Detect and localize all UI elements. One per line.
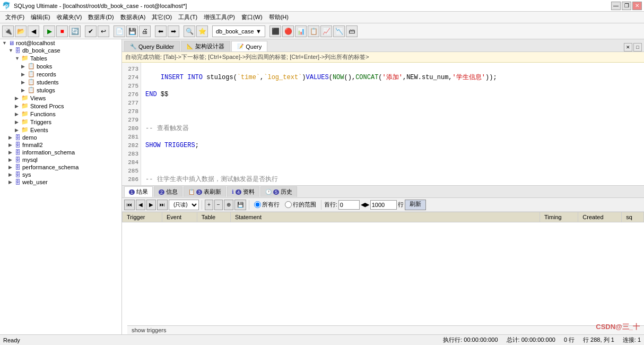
sidebar-item-events[interactable]: ▶ 📁 Events bbox=[0, 126, 121, 134]
tb-last[interactable]: ⏭ bbox=[157, 200, 168, 210]
close-tab-button[interactable]: ✕ bbox=[624, 43, 632, 51]
minimize-button[interactable]: — bbox=[611, 2, 621, 10]
tb-extra1[interactable]: ⬛ bbox=[269, 25, 281, 37]
result-tab-5[interactable]: 🕐 5 历史 bbox=[260, 186, 297, 197]
arrow-icon: ▶ bbox=[21, 72, 27, 77]
tb-prev[interactable]: ◀ bbox=[136, 200, 145, 210]
connection-num: 连接: 1 bbox=[623, 336, 641, 344]
menu-favorites[interactable]: 收藏夹(V) bbox=[54, 12, 85, 22]
tb-extra3[interactable]: 📊 bbox=[295, 25, 307, 37]
sidebar-item-db-book-case[interactable]: ▼ 🗄 db_book_case bbox=[0, 47, 121, 54]
tab-schema-designer[interactable]: 📐 架构设计器 bbox=[181, 41, 230, 51]
result-tab-2[interactable]: 2 信息 bbox=[154, 186, 182, 197]
tb-extra5[interactable]: 📈 bbox=[320, 25, 332, 37]
table-icon: 📋 bbox=[28, 79, 35, 85]
arrow-icon: ▶ bbox=[8, 142, 14, 148]
sidebar-item-root[interactable]: ▼ 🖥 root@localhost bbox=[0, 39, 121, 47]
sidebar-item-students[interactable]: ▶ 📋 students bbox=[0, 78, 121, 86]
menu-other[interactable]: 其它(O) bbox=[149, 12, 175, 22]
tb-refresh[interactable]: 🔄 bbox=[69, 25, 81, 37]
sidebar-item-stulogs[interactable]: ▶ 📋 stulogs bbox=[0, 86, 121, 94]
db-label: web_user bbox=[22, 179, 48, 185]
readonly-selector[interactable]: (只读) bbox=[169, 200, 199, 210]
db-selector[interactable]: db_book_case ▼ bbox=[212, 25, 265, 37]
result-tab-4[interactable]: ℹ 4 资料 bbox=[227, 186, 259, 197]
menu-help[interactable]: 帮助(H) bbox=[266, 12, 292, 22]
tb-prev[interactable]: ⬅ bbox=[155, 25, 167, 37]
result-tab-3[interactable]: 📋 3 表刷新 bbox=[184, 186, 226, 197]
tb-first[interactable]: ⏮ bbox=[124, 200, 135, 210]
tables-label: Tables bbox=[30, 55, 47, 62]
tb-btn2[interactable]: ⭐ bbox=[196, 25, 208, 37]
result-tab-1[interactable]: 1 结果 bbox=[124, 186, 153, 197]
tb-next[interactable]: ▶ bbox=[146, 200, 156, 210]
sidebar-item-mysql[interactable]: ▶ 🗄 mysql bbox=[0, 156, 121, 163]
tb-extra7[interactable]: 🗃 bbox=[346, 25, 358, 37]
tb-commit[interactable]: ✔ bbox=[85, 25, 97, 37]
col-statement: Statement bbox=[230, 212, 539, 222]
db-label: demo bbox=[22, 134, 37, 141]
sidebar-item-books[interactable]: ▶ 📋 books bbox=[0, 62, 121, 70]
code-editor[interactable]: 273 274 275 276 277 278 279 280 281 282 … bbox=[122, 63, 644, 185]
separator bbox=[321, 200, 321, 210]
range-radio: 行的范围 bbox=[285, 201, 316, 209]
result-tab-label-2: 信息 bbox=[166, 188, 178, 196]
tb-next[interactable]: ➡ bbox=[168, 25, 179, 37]
close-button[interactable]: ✕ bbox=[632, 2, 642, 10]
sidebar-item-sys[interactable]: ▶ 🗄 sys bbox=[0, 171, 121, 178]
limit-input[interactable] bbox=[370, 200, 397, 210]
stored-procs-label: Stored Procs bbox=[30, 103, 64, 109]
tb-extra2[interactable]: 🔴 bbox=[282, 25, 294, 37]
tb-new-query[interactable]: 📄 bbox=[114, 25, 125, 37]
tb-back[interactable]: ◀ bbox=[28, 25, 39, 37]
start-input[interactable] bbox=[338, 200, 360, 210]
query-label: Query bbox=[246, 44, 262, 50]
sidebar-item-demo[interactable]: ▶ 🗄 demo bbox=[0, 134, 121, 141]
query-builder-icon: 🔧 bbox=[130, 44, 136, 49]
result-table: Trigger Event Table Statement Timing Cre… bbox=[122, 212, 644, 222]
sidebar-item-performance-schema[interactable]: ▶ 🗄 performance_schema bbox=[0, 163, 121, 171]
table-label: students bbox=[37, 79, 59, 85]
menu-edit[interactable]: 编辑(E) bbox=[28, 12, 54, 22]
tab-query[interactable]: 📝 Query bbox=[231, 41, 267, 51]
tb-save-row[interactable]: 💾 bbox=[234, 200, 246, 210]
tb-open[interactable]: 📂 bbox=[15, 25, 27, 37]
tb-extra4[interactable]: 📋 bbox=[308, 25, 319, 37]
tb-extra6[interactable]: 📉 bbox=[333, 25, 345, 37]
tb-delete-row[interactable]: − bbox=[214, 200, 223, 210]
app-icon: 🐬 bbox=[2, 2, 11, 10]
sidebar-item-web-user[interactable]: ▶ 🗄 web_user bbox=[0, 178, 121, 186]
sidebar-item-views[interactable]: ▶ 📁 Views bbox=[0, 94, 121, 102]
menu-tools[interactable]: 工具(T) bbox=[175, 12, 201, 22]
execute-button[interactable]: 刷新 bbox=[405, 200, 426, 210]
tb-stop[interactable]: ■ bbox=[56, 25, 68, 37]
database-icon: 🗄 bbox=[15, 142, 21, 148]
menu-advanced[interactable]: 增强工具(P) bbox=[201, 12, 238, 22]
tb-execute[interactable]: ▶ bbox=[43, 25, 55, 37]
tb-rollback[interactable]: ↩ bbox=[98, 25, 109, 37]
sidebar-item-information-schema[interactable]: ▶ 🗄 information_schema bbox=[0, 149, 121, 156]
menu-table[interactable]: 数据表(A) bbox=[117, 12, 149, 22]
menu-database[interactable]: 数据库(D) bbox=[85, 12, 117, 22]
tb-print[interactable]: 🖨 bbox=[139, 25, 151, 37]
tab-query-builder[interactable]: 🔧 Query Builder bbox=[124, 41, 180, 51]
tb-save[interactable]: 💾 bbox=[126, 25, 138, 37]
menu-file[interactable]: 文件(F) bbox=[2, 12, 28, 22]
sidebar-item-stored-procs[interactable]: ▶ 📁 Stored Procs bbox=[0, 102, 121, 110]
tb-add-row[interactable]: + bbox=[205, 200, 213, 210]
result-header-row: Trigger Event Table Statement Timing Cre… bbox=[123, 212, 644, 222]
sidebar-item-tables[interactable]: ▼ 📁 Tables bbox=[0, 54, 121, 62]
menu-window[interactable]: 窗口(W) bbox=[238, 12, 266, 22]
sidebar-item-triggers[interactable]: ▶ 📁 Triggers bbox=[0, 118, 121, 126]
code-content[interactable]: INSERT INTO stulogs(`time`,`log_text`)VA… bbox=[141, 63, 644, 185]
restore-button[interactable]: ❐ bbox=[622, 2, 631, 10]
tb-search[interactable]: 🔍 bbox=[184, 25, 195, 37]
maximize-panel-button[interactable]: □ bbox=[633, 43, 642, 51]
execute-time: 执行行: 00:00:00:000 bbox=[443, 336, 498, 344]
sidebar-item-fmmall2[interactable]: ▶ 🗄 fmmall2 bbox=[0, 141, 121, 149]
tb-duplicate[interactable]: ⊕ bbox=[224, 200, 233, 210]
result-tab-num-4: 4 bbox=[236, 189, 241, 195]
sidebar-item-records[interactable]: ▶ 📋 records bbox=[0, 70, 121, 78]
sidebar-item-functions[interactable]: ▶ 📁 Functions bbox=[0, 110, 121, 118]
tb-new-connection[interactable]: 🔌 bbox=[2, 25, 14, 37]
